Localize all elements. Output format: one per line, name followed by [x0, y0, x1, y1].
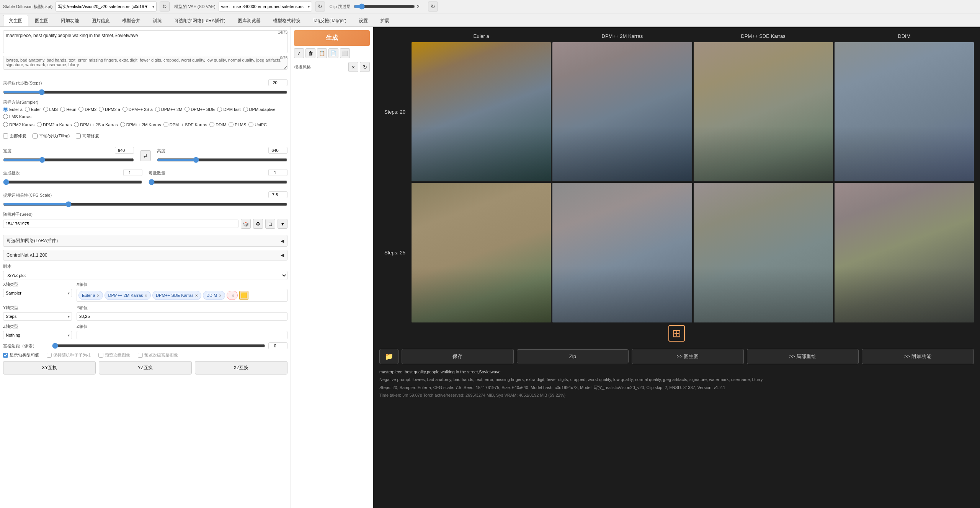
x-type-select-wrapper[interactable]: Sampler Steps CFG Scale Nothing — [3, 289, 72, 297]
sampler-plms[interactable]: PLMS — [229, 122, 246, 127]
tiling-checkbox[interactable] — [33, 134, 38, 138]
hires-cb[interactable]: 高清修复 — [76, 133, 99, 139]
yz-swap-button[interactable]: YZ互换 — [99, 361, 191, 374]
steps-slider[interactable] — [3, 89, 287, 95]
tab-merge[interactable]: 模型合并 — [116, 15, 146, 26]
margin-value-input[interactable] — [268, 342, 287, 349]
height-slider[interactable] — [157, 157, 288, 163]
sampler-euler[interactable]: Euler — [25, 107, 41, 112]
face-restore-cb[interactable]: 面部修复 — [3, 133, 26, 139]
batch-size-input[interactable] — [268, 169, 287, 176]
confirm-icon-button[interactable]: ✓ — [294, 48, 304, 58]
sampler-dpm2[interactable]: DPM2 — [78, 107, 96, 112]
grid-image-r2c2[interactable] — [552, 183, 692, 322]
grid-image-r1c2[interactable] — [552, 42, 692, 181]
save-button[interactable]: 保存 — [402, 349, 514, 364]
steps-value-input[interactable] — [268, 79, 287, 86]
tag-dpmpp2m-karras[interactable]: DPM++ 2M Karras × — [105, 291, 151, 300]
tag-ddim[interactable]: DDIM × — [203, 291, 225, 300]
model-select[interactable]: 写实/realisticVision20_v20.safetensors [c0… — [56, 2, 157, 11]
tab-extensions[interactable]: 扩展 — [374, 15, 395, 26]
sampler-dpppsde-karras[interactable]: DPM++ SDE Karras — [163, 122, 207, 127]
tab-convert[interactable]: 模型格式转换 — [267, 15, 306, 26]
batch-count-input[interactable] — [123, 169, 142, 176]
model-select-wrapper[interactable]: 写实/realisticVision20_v20.safetensors [c0… — [56, 2, 157, 11]
sampler-dpmfast[interactable]: DPM fast — [217, 107, 240, 112]
tab-gallery[interactable]: 图库浏览器 — [232, 15, 266, 26]
x-color-button[interactable]: 🟨 — [239, 291, 248, 300]
height-value-input[interactable] — [268, 147, 287, 154]
tab-lora[interactable]: 可选附加网络(LoRA插件) — [168, 15, 231, 26]
keep-seed-cb[interactable]: 保持随机种子子为-1 — [47, 352, 91, 358]
y-type-select[interactable]: Sampler Steps CFG Scale Nothing — [3, 312, 72, 321]
sampler-dpmadaptive[interactable]: DPM adaptive — [243, 107, 276, 112]
swap-dimensions-button[interactable]: ⇄ — [140, 150, 151, 161]
face-restore-checkbox[interactable] — [3, 134, 8, 138]
remove-all-x-icon[interactable]: × — [232, 293, 235, 298]
grid-image-r1c3[interactable] — [694, 42, 833, 181]
sampler-dpmpp2sk[interactable]: DPM++ 2S a Karras — [74, 122, 118, 127]
cfg-slider[interactable] — [3, 201, 287, 207]
cfg-value-input[interactable] — [268, 191, 287, 198]
sampler-dpm2a[interactable]: DPM2 a — [99, 107, 120, 112]
tab-extras[interactable]: 附加功能 — [55, 15, 85, 26]
clip-refresh-button[interactable]: ↻ — [428, 2, 438, 11]
tab-img2img[interactable]: 图生图 — [29, 15, 54, 26]
controlnet-header[interactable]: ControlNet v1.1.200 ◀ — [3, 250, 287, 261]
show-labels-checkbox[interactable] — [3, 353, 8, 358]
tab-txt2img[interactable]: 文生图 — [3, 15, 28, 26]
batch-count-slider[interactable] — [3, 179, 142, 185]
to-inpaint-button[interactable]: >> 局部重绘 — [747, 349, 859, 364]
tiling-cb[interactable]: 平铺/分块(Tiling) — [33, 133, 70, 139]
vae-select[interactable]: vae-ft-mse-840000-ema-pruned.safetensors — [219, 2, 312, 11]
seed-extra-button[interactable]: □ — [265, 219, 275, 229]
seed-dice-button[interactable]: 🎲 — [241, 219, 251, 229]
negative-prompt-input[interactable] — [3, 56, 287, 70]
preview-sub-grid-checkbox[interactable] — [138, 353, 143, 358]
sampler-unipc[interactable]: UniPC — [248, 122, 267, 127]
paste-prompt-button[interactable]: 📄 — [328, 48, 338, 58]
template-close-button[interactable]: × — [348, 62, 358, 72]
z-type-select-wrapper[interactable]: Nothing Sampler Steps CFG Scale — [3, 331, 72, 339]
preview-sub-img-checkbox[interactable] — [98, 353, 103, 358]
remove-euler-a-icon[interactable]: × — [97, 293, 100, 298]
y-value-input[interactable] — [77, 312, 287, 321]
generate-button[interactable]: 生成 — [294, 30, 370, 46]
sampler-lms[interactable]: LMS — [43, 107, 58, 112]
sampler-dpm2ak[interactable]: DPM2 a Karras — [37, 122, 72, 127]
sampler-dpmpp2mk[interactable]: DPM++ 2M Karras — [120, 122, 161, 127]
sampler-dpmpp2m[interactable]: DPM++ 2M — [155, 107, 183, 112]
grid-image-r1c4[interactable] — [835, 42, 974, 181]
script-select[interactable]: None X/Y/Z plot Prompt matrix Prompts fr… — [3, 271, 287, 280]
seed-recycle-button[interactable]: ♻ — [253, 219, 263, 229]
width-value-input[interactable] — [115, 147, 134, 154]
grid-image-r2c3[interactable] — [694, 183, 833, 322]
x-type-select[interactable]: Sampler Steps CFG Scale Nothing — [3, 289, 72, 297]
sampler-heun[interactable]: Heun — [60, 107, 76, 112]
batch-size-slider[interactable] — [149, 179, 288, 185]
tab-png-info[interactable]: 图片信息 — [86, 15, 116, 26]
template-refresh-button[interactable]: ↻ — [360, 62, 370, 72]
margin-slider[interactable] — [52, 343, 265, 349]
remove-dpmpp2m-icon[interactable]: × — [145, 293, 148, 298]
zip-button[interactable]: Zip — [517, 349, 629, 363]
tag-x-remove-all[interactable]: × — [227, 291, 238, 300]
show-labels-cb[interactable]: 显示轴类型和值 — [3, 352, 39, 358]
seed-dropdown-button[interactable]: ▾ — [278, 219, 287, 229]
width-slider[interactable] — [3, 157, 134, 163]
vae-refresh-button[interactable]: ↻ — [315, 2, 325, 11]
positive-prompt-input[interactable] — [3, 30, 287, 53]
hires-checkbox[interactable] — [76, 134, 81, 138]
vae-select-wrapper[interactable]: vae-ft-mse-840000-ema-pruned.safetensors — [219, 2, 312, 11]
sampler-dpm2k[interactable]: DPM2 Karras — [3, 122, 34, 127]
tab-train[interactable]: 训练 — [147, 15, 168, 26]
tab-settings[interactable]: 设置 — [353, 15, 374, 26]
sampler-dpmpp2s[interactable]: DPM++ 2S a — [122, 107, 153, 112]
tag-euler-a[interactable]: Euler a × — [78, 291, 103, 300]
preview-sub-grid-cb[interactable]: 预览次级宫格图像 — [138, 352, 178, 358]
copy-prompt-button[interactable]: 📋 — [317, 48, 327, 58]
xz-swap-button[interactable]: XZ互换 — [195, 361, 287, 374]
open-folder-button[interactable]: 📁 — [379, 349, 399, 364]
tab-tagger[interactable]: Tag反推(Tagger) — [307, 15, 352, 26]
z-type-select[interactable]: Nothing Sampler Steps CFG Scale — [3, 331, 72, 339]
